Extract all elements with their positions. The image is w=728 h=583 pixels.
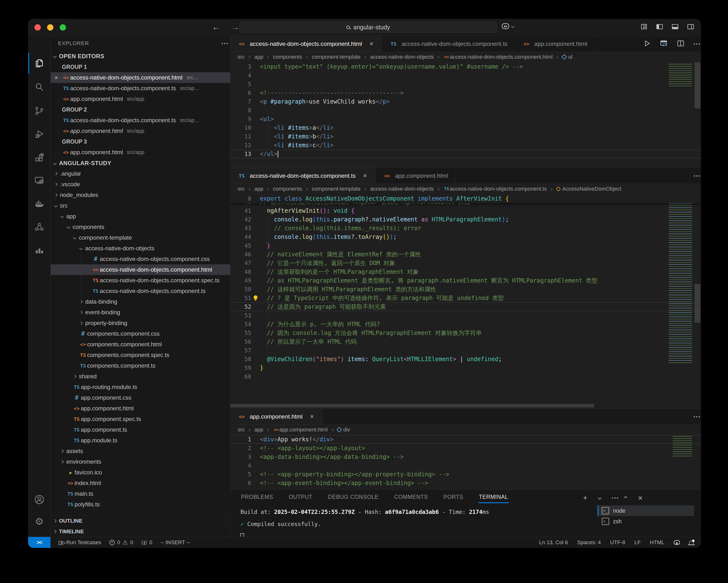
- command-center-search[interactable]: angular-study: [239, 22, 497, 32]
- vim-mode[interactable]: -- INSERT --: [160, 539, 190, 546]
- editor-more-icon[interactable]: [694, 44, 695, 45]
- open-editors-header[interactable]: OPEN EDITORS: [51, 51, 230, 62]
- panel-tab[interactable]: PORTS: [443, 491, 464, 503]
- search-sidebar-icon[interactable]: [28, 77, 50, 98]
- panel-tab[interactable]: OUTPUT: [288, 491, 313, 503]
- editor-tab[interactable]: <>app.component.html: [375, 168, 455, 184]
- breadcrumb-item[interactable]: app: [254, 54, 263, 60]
- forward-icon[interactable]: →: [231, 22, 239, 32]
- tree-item[interactable]: #app.component.css: [51, 392, 230, 403]
- tree-item[interactable]: data-binding: [51, 296, 230, 307]
- tree-item[interactable]: TSaccess-native-dom-objects.component.ts: [51, 286, 230, 296]
- remote-explorer-icon[interactable]: [28, 170, 50, 191]
- explorer-icon[interactable]: [28, 53, 50, 74]
- tree-item[interactable]: #access-native-dom-objects.component.css: [51, 254, 230, 264]
- breadcrumb-item[interactable]: access-native-dom-objects: [370, 186, 434, 192]
- editor-tab[interactable]: <>app.component.html: [515, 36, 595, 52]
- editor-more-icon[interactable]: [694, 175, 695, 176]
- minimize-window-button[interactable]: [47, 24, 53, 31]
- minimap[interactable]: [669, 64, 692, 87]
- indentation[interactable]: Spaces: 4: [577, 539, 601, 546]
- open-preview-icon[interactable]: [660, 39, 668, 48]
- tree-item[interactable]: <>access-native-dom-objects.component.ht…: [51, 264, 230, 275]
- maximize-panel-icon[interactable]: [624, 496, 627, 500]
- encoding[interactable]: UTF-8: [610, 539, 625, 546]
- editor-tab[interactable]: TSaccess-native-dom-objects.component.ts: [382, 36, 515, 52]
- settings-gear-icon[interactable]: ⚙: [28, 511, 50, 532]
- breadcrumb-item[interactable]: <>access-native-dom-objects.component.ht…: [443, 54, 552, 60]
- tree-item[interactable]: TSmain.ts: [51, 489, 230, 499]
- editor-2-code[interactable]: 8export class AccessNativeDomObjectsComp…: [230, 194, 701, 408]
- source-control-icon[interactable]: [28, 101, 50, 121]
- close-icon[interactable]: ×: [309, 413, 315, 420]
- toggle-sidebar-icon[interactable]: [656, 23, 664, 31]
- breadcrumb-item[interactable]: app: [254, 426, 263, 433]
- horizontal-scrollbar[interactable]: [230, 404, 594, 408]
- terminal-instance[interactable]: >_node: [597, 505, 694, 516]
- testing-chart-icon[interactable]: [28, 240, 50, 261]
- close-panel-icon[interactable]: ×: [638, 494, 643, 502]
- breadcrumb-item[interactable]: ul: [562, 54, 572, 60]
- breadcrumb-item[interactable]: components: [273, 54, 302, 60]
- tree-item[interactable]: .vscode: [51, 179, 230, 190]
- open-editor-item[interactable]: TSaccess-native-dom-objects.component.ts…: [51, 115, 230, 126]
- tree-item[interactable]: component-template: [51, 232, 230, 243]
- panel-tab[interactable]: PROBLEMS: [240, 491, 274, 503]
- close-icon[interactable]: ×: [362, 172, 368, 179]
- tree-item[interactable]: access-native-dom-objects: [51, 243, 230, 254]
- minimap[interactable]: [673, 436, 692, 458]
- tree-item[interactable]: event-binding: [51, 307, 230, 318]
- tree-item[interactable]: src: [51, 200, 230, 211]
- tree-item[interactable]: TSapp-routing.module.ts: [51, 382, 230, 392]
- new-terminal-icon[interactable]: +: [583, 494, 588, 502]
- tree-item[interactable]: <>components.component.html: [51, 339, 230, 350]
- editor-1-code[interactable]: 3<input type="text" (keyup.enter)="onkey…: [230, 62, 701, 168]
- editor-tab[interactable]: TSaccess-native-dom-objects.component.ts…: [230, 168, 375, 184]
- sidebar-more-icon[interactable]: [222, 43, 223, 44]
- tree-item[interactable]: <>index.html: [51, 478, 230, 489]
- terminal-instance[interactable]: >_zsh: [597, 516, 694, 527]
- breadcrumb-item[interactable]: src: [238, 186, 244, 192]
- toggle-panel-icon[interactable]: [671, 23, 679, 31]
- ports-status[interactable]: () 0: [141, 539, 152, 546]
- open-editor-item[interactable]: <>app.component.htmlsrc/app: [51, 147, 230, 158]
- panel-more-icon[interactable]: [612, 497, 613, 499]
- back-icon[interactable]: ←: [212, 22, 220, 32]
- close-window-button[interactable]: [34, 24, 41, 31]
- workspace-root[interactable]: ANGULAR-STUDY: [51, 158, 230, 168]
- open-editor-item[interactable]: <>app.component.htmlsrc/app: [51, 93, 230, 104]
- outline-header[interactable]: OUTLINE: [51, 515, 230, 526]
- tree-item[interactable]: TSapp.component.ts: [51, 424, 230, 435]
- tree-item[interactable]: node_modules: [51, 190, 230, 200]
- split-editor-icon[interactable]: [677, 39, 684, 48]
- breadcrumb-item[interactable]: AccessNativeDomObject: [556, 186, 621, 192]
- breadcrumb-item[interactable]: <>app.component.html: [273, 426, 328, 433]
- customize-layout-icon[interactable]: [640, 23, 648, 31]
- vertical-scrollbar[interactable]: [695, 62, 700, 108]
- extensions-icon[interactable]: [28, 147, 50, 168]
- minimap[interactable]: [669, 194, 692, 364]
- notifications-bell-icon[interactable]: [689, 540, 694, 545]
- terminal-profile-chevron-icon[interactable]: [598, 496, 601, 500]
- breadcrumb-item[interactable]: components: [273, 186, 302, 192]
- tree-item[interactable]: assets: [51, 446, 230, 456]
- maximize-window-button[interactable]: [60, 24, 66, 31]
- lightbulb-icon[interactable]: [254, 296, 258, 299]
- breadcrumb-item[interactable]: component-template: [312, 186, 361, 192]
- connections-icon[interactable]: [28, 217, 50, 238]
- tree-item[interactable]: TSaccess-native-dom-objects.component.sp…: [51, 275, 230, 286]
- account-icon[interactable]: [28, 489, 50, 510]
- cursor-position[interactable]: Ln 13, Col 6: [539, 539, 568, 546]
- editor-tab[interactable]: <>access-native-dom-objects.component.ht…: [230, 36, 382, 52]
- close-icon[interactable]: ×: [51, 74, 62, 82]
- breadcrumb-item[interactable]: access-native-dom-objects: [370, 54, 434, 60]
- editor-tab[interactable]: <>app.component.html×: [230, 409, 322, 424]
- tree-item[interactable]: TSapp.component.spec.ts: [51, 414, 230, 424]
- tree-item[interactable]: components: [51, 222, 230, 232]
- open-editor-item[interactable]: <>app.component.htmlsrc/app: [51, 126, 230, 136]
- tree-item[interactable]: #components.component.css: [51, 328, 230, 339]
- open-editor-item[interactable]: ×<>access-native-dom-objects.component.h…: [51, 72, 230, 83]
- editor-3-code[interactable]: 1<div>App works!</div>2<!-- <app-layout>…: [230, 435, 701, 490]
- editor-more-icon[interactable]: [694, 416, 695, 417]
- tree-item[interactable]: environments: [51, 456, 230, 467]
